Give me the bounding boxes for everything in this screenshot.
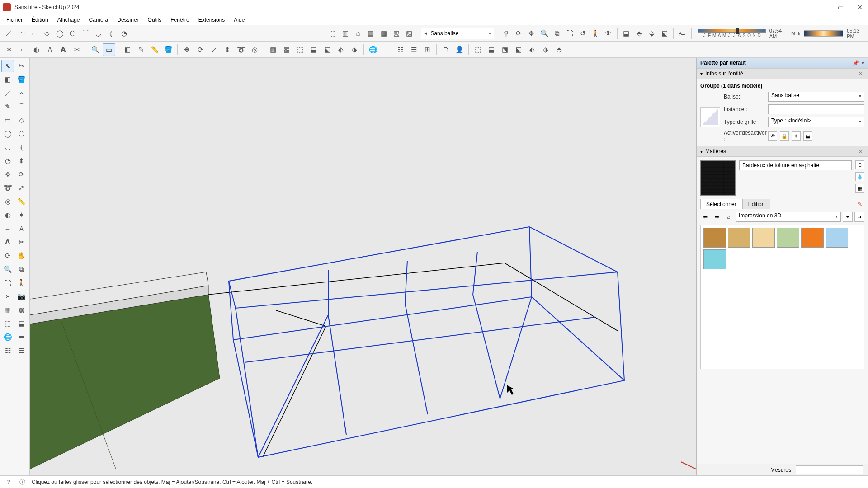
tray-title[interactable]: Palette par défaut 📌 ▾ [697, 58, 868, 68]
sandbox1-icon[interactable]: ▦ [267, 43, 279, 56]
geo-icon[interactable]: 🌐 [367, 43, 379, 56]
freehand-tool-icon[interactable]: 〰 [15, 27, 27, 40]
swatch-4[interactable] [777, 228, 799, 248]
scale-tool-icon[interactable]: ⤢ [208, 43, 220, 56]
material-default-icon[interactable]: ▦ [855, 184, 864, 193]
polygon-tool-icon[interactable]: ⬡ [67, 27, 79, 40]
orbit-icon2[interactable]: ⟳ [1, 249, 14, 262]
poscam-icon2[interactable]: 📷 [15, 290, 28, 303]
menu-edition[interactable]: Édition [27, 16, 53, 24]
materials-tab-select[interactable]: Sélectionner [700, 199, 742, 209]
window-minimize[interactable]: — [815, 4, 827, 11]
scale-icon[interactable]: ⤢ [15, 182, 28, 194]
pan-icon2[interactable]: ✋ [15, 249, 28, 262]
toggle-lock-icon[interactable]: 🔒 [780, 131, 789, 141]
menu-fenetre[interactable]: Fenêtre [166, 16, 193, 24]
position-camera-icon[interactable]: ⚲ [500, 27, 512, 40]
prev-view-icon[interactable]: ↺ [577, 27, 589, 40]
sandbox3-icon[interactable]: ⬚ [294, 43, 307, 56]
pie-icon[interactable]: ◔ [1, 155, 14, 167]
zoomext-icon2[interactable]: ⛶ [1, 277, 14, 289]
mat-lib-menu-icon[interactable]: ⏷ [843, 212, 853, 222]
ext5-icon[interactable]: ⬖ [526, 43, 538, 56]
menu-extensions[interactable]: Extensions [194, 16, 230, 24]
arc-icon[interactable]: ⌒ [15, 100, 28, 113]
paintbucket-icon[interactable]: 🪣 [15, 73, 28, 86]
balise-dropdown[interactable]: Sans balise [768, 92, 864, 102]
axes-tool-icon[interactable]: ✶ [3, 43, 15, 56]
material-library-dropdown[interactable]: Impression en 3D [736, 212, 841, 222]
rotate-icon[interactable]: ⟳ [15, 168, 28, 181]
search-icon[interactable]: 🔍 [89, 43, 102, 56]
sand1-icon[interactable]: ▦ [1, 304, 14, 316]
mat-nav-back-icon[interactable]: ⬅ [700, 212, 710, 222]
axes-icon[interactable]: ✶ [15, 209, 28, 221]
walk-icon2[interactable]: 🚶 [15, 277, 28, 289]
3pt-arc-tool-icon[interactable]: ⦅ [105, 27, 117, 40]
material-preview[interactable] [700, 160, 736, 196]
dim-icon[interactable]: ↔ [1, 222, 14, 235]
export-icon[interactable]: 🗋 [439, 43, 452, 56]
swatch-2[interactable] [728, 228, 750, 248]
swatch-6[interactable] [826, 228, 848, 248]
move-icon[interactable]: ✥ [1, 168, 14, 181]
ext2-icon[interactable]: ⬓ [485, 43, 498, 56]
status-help-icon[interactable]: ? [5, 478, 13, 486]
material-create-icon[interactable]: 🗋 [855, 160, 864, 169]
instance-input[interactable] [768, 104, 864, 114]
3dtext-tool-icon[interactable]: 𝗔 [57, 43, 70, 56]
tape-tool-icon[interactable]: 📏 [148, 43, 161, 56]
tray-menu-icon[interactable]: ▾ [862, 60, 864, 66]
move-tool-icon[interactable]: ✥ [180, 43, 193, 56]
arc3-icon[interactable]: ⦅ [15, 141, 28, 154]
text-tool-icon[interactable]: Ａ [43, 43, 56, 56]
walk-icon[interactable]: 🚶 [590, 27, 601, 40]
ext4-icon[interactable]: ⬕ [512, 43, 525, 56]
circle-icon[interactable]: ◯ [1, 127, 14, 140]
eraser-tool-icon[interactable]: ◧ [121, 43, 134, 56]
toggle-cast-icon[interactable]: ⬓ [803, 131, 812, 141]
dimension-tool-icon[interactable]: ↔ [16, 43, 29, 56]
solid2-icon[interactable]: ▥ [339, 27, 351, 40]
layers3-icon[interactable]: ☰ [407, 43, 420, 56]
materials-tab-edit[interactable]: Édition [742, 199, 771, 209]
look-icon[interactable]: 👁 [603, 27, 614, 40]
subtract-icon[interactable]: ⬕ [659, 27, 670, 40]
followme-tool-icon[interactable]: ➰ [235, 43, 247, 56]
rectangle-tool-icon[interactable]: ▭ [28, 27, 40, 40]
swatch-3[interactable] [752, 228, 775, 248]
window-close[interactable]: ✕ [854, 4, 865, 11]
protractor-tool-icon[interactable]: ◐ [30, 43, 42, 56]
2pt-arc-tool-icon[interactable]: ◡ [92, 27, 104, 40]
rotrect-icon[interactable]: ◇ [15, 114, 28, 127]
zoom-extents-icon[interactable]: ⛶ [564, 27, 576, 40]
ext6-icon[interactable]: ⬗ [539, 43, 552, 56]
pencil-icon[interactable]: ✎ [1, 100, 14, 113]
followme-icon[interactable]: ➰ [1, 182, 14, 194]
menu-outils[interactable]: Outils [143, 16, 166, 24]
circle-tool-icon[interactable]: ◯ [54, 27, 66, 40]
union-icon[interactable]: ⬙ [646, 27, 658, 40]
offset-tool-icon[interactable]: ◎ [248, 43, 261, 56]
text-icon[interactable]: Ａ [15, 222, 28, 235]
sand4-icon[interactable]: ⬓ [15, 317, 28, 330]
layers-icon4[interactable]: ☰ [15, 344, 28, 357]
ext1-icon[interactable]: ⬚ [472, 43, 484, 56]
solid3-icon[interactable]: ⌂ [352, 27, 364, 40]
menu-fichier[interactable]: Fichier [2, 16, 27, 24]
rect-icon[interactable]: ▭ [1, 114, 14, 127]
protractor-icon[interactable]: ◐ [1, 209, 14, 221]
orbit-icon[interactable]: ⟳ [513, 27, 524, 40]
mat-lib-send-icon[interactable]: ➜ [854, 212, 864, 222]
toggle-shadow-icon[interactable]: ☀ [792, 131, 801, 141]
sand2-icon[interactable]: ▩ [15, 304, 28, 316]
sand3-icon[interactable]: ⬚ [1, 317, 14, 330]
intersect-icon[interactable]: ⬘ [633, 27, 645, 40]
offset-icon[interactable]: ◎ [1, 195, 14, 208]
freehand-icon[interactable]: 〰 [15, 87, 28, 99]
look-icon2[interactable]: 👁 [1, 290, 14, 303]
materials-header[interactable]: ▾ Matières ✕ [697, 146, 868, 157]
zoom-window-icon[interactable]: ⧉ [551, 27, 563, 40]
layers2-icon[interactable]: ☷ [394, 43, 406, 56]
menu-aide[interactable]: Aide [229, 16, 249, 24]
